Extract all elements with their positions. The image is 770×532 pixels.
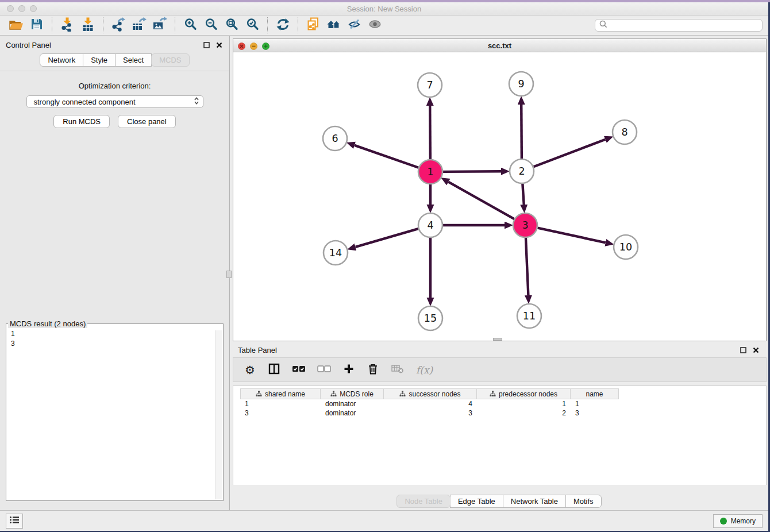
tab-mcds[interactable]: MCDS [151, 53, 189, 67]
graph-edge-1-2[interactable] [443, 171, 501, 172]
graph-node-label-15: 15 [424, 313, 437, 324]
graph-node-label-2: 2 [518, 165, 525, 177]
table-body: 1dominator4113dominator323 [240, 399, 766, 418]
list-icon [9, 516, 20, 526]
node-table: shared nameMCDS rolesuccessor nodesprede… [233, 385, 767, 485]
tab-network[interactable]: Network [40, 53, 83, 67]
import-network-button[interactable] [57, 17, 78, 34]
table-cell: 4 [384, 400, 477, 408]
export-image-button[interactable] [149, 17, 170, 34]
run-mcds-button[interactable]: Run MCDS [53, 115, 110, 128]
gear-icon: ⚙ [245, 364, 255, 376]
add-column-button[interactable] [342, 363, 355, 377]
table-cell: 1 [477, 400, 571, 408]
network-splitter-grip[interactable] [493, 338, 502, 341]
table-toolbar: ⚙ f(x) [233, 357, 767, 382]
graph-edge-4-14[interactable] [356, 229, 418, 247]
control-panel-close-button[interactable] [214, 40, 224, 49]
network-window-titlebar[interactable]: scc.txt [233, 39, 766, 52]
memory-button[interactable]: Memory [713, 514, 763, 528]
status-bar: Memory [0, 510, 768, 531]
deselect-all-button[interactable] [317, 363, 331, 377]
delete-table-button[interactable] [391, 363, 405, 377]
column-header-label: predecessor nodes [499, 390, 557, 398]
zoom-fit-button[interactable] [221, 17, 242, 34]
import-network-icon [60, 17, 75, 34]
graph-edge-3-11[interactable] [526, 238, 528, 295]
unchecked-boxes-icon [317, 365, 331, 375]
clone-network-button[interactable] [303, 17, 324, 34]
zoom-selected-button[interactable] [242, 17, 263, 34]
panel-splitter-grip[interactable] [226, 271, 232, 278]
graph-node-label-14: 14 [329, 247, 342, 259]
column-header-predecessor-nodes[interactable]: predecessor nodes [477, 389, 571, 399]
tab-select[interactable]: Select [115, 53, 152, 67]
import-table-button[interactable] [78, 17, 98, 34]
column-header-successor-nodes[interactable]: successor nodes [384, 389, 477, 399]
delete-selected-button[interactable] [367, 363, 379, 377]
table-settings-button[interactable]: ⚙ [244, 363, 256, 377]
toolbar-separator [267, 17, 268, 33]
zoom-in-icon [183, 17, 197, 33]
first-neighbors-button[interactable] [324, 17, 344, 34]
zoom-out-button[interactable] [201, 17, 221, 34]
tab-network-table[interactable]: Network Table [503, 495, 566, 508]
graph-node-label-4: 4 [427, 219, 433, 231]
column-header-mcds-role[interactable]: MCDS role [321, 389, 384, 399]
columns-icon [268, 363, 280, 377]
mcds-result-legend: MCDS result (2 nodes) [8, 319, 87, 328]
column-type-icon [256, 391, 262, 397]
hide-selected-button[interactable] [344, 17, 365, 34]
network-title: scc.txt [233, 41, 766, 50]
export-network-button[interactable] [108, 17, 129, 34]
select-all-button[interactable] [292, 363, 306, 377]
tab-style[interactable]: Style [83, 53, 116, 67]
export-network-icon [111, 17, 126, 34]
table-row[interactable]: 1dominator411 [240, 399, 766, 408]
graph-edge-1-6[interactable] [355, 145, 418, 168]
network-canvas[interactable]: 7968124314101511 [233, 52, 766, 341]
refresh-icon [276, 17, 290, 34]
graph-node-label-11: 11 [523, 310, 536, 322]
open-file-button[interactable] [6, 17, 26, 34]
mcds-result-scrollbar[interactable] [215, 330, 222, 499]
show-all-button[interactable] [365, 17, 386, 34]
task-history-button[interactable] [6, 514, 23, 529]
save-session-button[interactable] [26, 17, 47, 34]
zoom-in-button[interactable] [180, 17, 201, 34]
eye-icon [368, 18, 382, 33]
export-table-button[interactable] [129, 17, 149, 34]
search-input[interactable] [610, 21, 759, 30]
graph-edge-2-9[interactable] [521, 105, 522, 159]
toolbar-separator [103, 17, 103, 33]
table-cell: 3 [240, 409, 321, 417]
tab-node-table[interactable]: Node Table [396, 495, 451, 508]
column-header-shared-name[interactable]: shared name [240, 389, 321, 399]
double-home-icon [326, 17, 341, 33]
checked-boxes-icon [292, 365, 306, 375]
graph-edge-2-8[interactable] [534, 140, 606, 167]
column-header-name[interactable]: name [571, 389, 619, 399]
network-graph: 7968124314101511 [233, 52, 766, 341]
graph-edge-3-1[interactable] [448, 182, 514, 219]
table-panel-close-button[interactable] [751, 345, 760, 354]
mcds-result-line: 1 [11, 329, 218, 339]
tab-edge-table[interactable]: Edge Table [450, 495, 503, 508]
table-row[interactable]: 3dominator323 [240, 408, 766, 418]
control-panel-float-button[interactable] [202, 40, 211, 49]
graph-edge-1-7[interactable] [430, 106, 430, 159]
table-panel-float-button[interactable] [738, 345, 748, 354]
graph-edge-3-10[interactable] [537, 228, 605, 243]
search-box[interactable] [595, 19, 763, 32]
tab-motifs[interactable]: Motifs [565, 495, 602, 508]
graph-edge-2-3[interactable] [522, 184, 523, 205]
close-panel-button[interactable]: Close panel [118, 115, 176, 128]
criterion-dropdown-value: strongly connected component [34, 98, 194, 106]
refresh-layout-button[interactable] [272, 17, 293, 34]
application-window: Session: New Session Control [0, 2, 768, 531]
control-panel-tabs: NetworkStyleSelectMCDS [0, 53, 229, 67]
import-table-icon [80, 17, 95, 34]
table-mode-button[interactable] [268, 363, 280, 377]
function-builder-button[interactable]: f(x) [416, 363, 433, 377]
criterion-dropdown[interactable]: strongly connected component [26, 95, 203, 108]
